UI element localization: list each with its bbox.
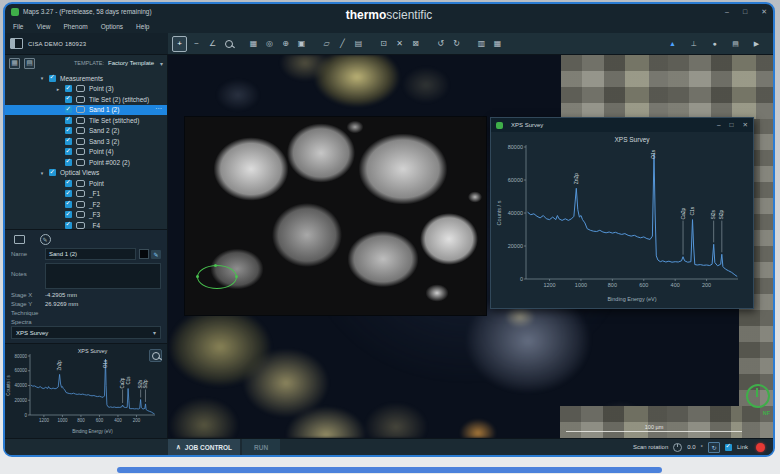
record-indicator[interactable] [756,443,765,452]
checkbox[interactable] [49,75,56,82]
report-icon[interactable]: ▤ [729,37,742,51]
tree-item-point-4-[interactable]: Point (4) [5,147,167,158]
close-tiles-icon[interactable]: ✕ [393,37,406,51]
tree-item-point-002-2-[interactable]: Point #002 (2) [5,157,167,168]
more-options-button[interactable]: ⋯ [155,105,163,113]
rotation-dial-icon[interactable] [673,443,682,452]
svg-text:Si2p: Si2p [718,209,724,219]
sem-tile-image[interactable] [185,117,486,315]
document-icon[interactable]: ▤ [352,37,365,51]
tiles-icon[interactable]: ▣ [295,37,308,51]
tree-item--f1[interactable]: _F1 [5,189,167,200]
expand-view-icon[interactable]: ⊠ [409,37,422,51]
checkbox[interactable] [65,201,72,208]
expander-icon[interactable]: ▸ [55,86,61,92]
svg-text:1000: 1000 [575,282,587,288]
run-tab[interactable]: RUN [242,439,280,455]
tree-group-optical-views[interactable]: ▾Optical Views [5,168,167,179]
image-canvas[interactable]: XPS Survey – □ ✕ 02000040000600008000012… [168,55,773,438]
stage-icon[interactable]: ⊥ [687,37,700,51]
expander-icon[interactable]: ▾ [39,170,45,176]
tree-item--f2[interactable]: _F2 [5,199,167,210]
checkbox[interactable] [65,211,72,218]
minimize-button[interactable]: – [725,8,729,16]
tree-item-sand-3-2-[interactable]: Sand 3 (2) [5,136,167,147]
add-tool-icon[interactable]: + [172,36,187,52]
tree-item--f3[interactable]: _F3 [5,210,167,221]
tree-item-point[interactable]: Point [5,178,167,189]
layout-2-icon[interactable]: ▦ [491,37,504,51]
edit-tab[interactable]: ✎ [39,234,51,244]
name-input[interactable]: Sand 1 (2) [45,248,136,260]
rotate-right-icon[interactable]: ↻ [450,37,463,51]
maximize-button[interactable]: □ [743,8,747,16]
tree-item-point-3-[interactable]: ▸Point (3) [5,84,167,95]
checkbox[interactable] [65,85,72,92]
line-tool-icon[interactable]: ╱ [336,37,349,51]
checkbox[interactable] [65,180,72,187]
target-tool-icon[interactable]: ⊕ [279,37,292,51]
tree-item-tile-set-stitched-[interactable]: Tile Set (stitched) [5,115,167,126]
chevron-down-icon[interactable]: ▾ [160,60,163,67]
tree-item-label: Sand 2 (2) [89,127,119,134]
image-tool-icon[interactable]: ▱ [320,37,333,51]
scan-rotation-value[interactable]: 0.0 [687,444,695,450]
circle-tool-icon[interactable]: ◎ [263,37,276,51]
menu-bar: FileViewPhenomOptionsHelp [5,19,773,33]
zoom-spectrum-button[interactable] [149,349,162,362]
zoom-tool-icon[interactable] [222,37,235,51]
rotation-reset-button[interactable]: ↻ [708,442,720,453]
minimize-button[interactable]: – [717,121,721,129]
checkbox[interactable] [65,117,72,124]
tree-group-measurements[interactable]: ▾Measurements [5,73,167,84]
color-picker-button[interactable]: ✎ [151,250,161,259]
pointer-icon[interactable]: ▲ [666,37,679,51]
notes-input[interactable] [45,263,161,289]
color-swatch[interactable] [139,249,149,259]
grid-layout-icon[interactable]: ▦ [9,58,20,69]
subtract-tool-icon[interactable]: − [190,37,203,51]
list-layout-icon[interactable]: ▤ [24,58,35,69]
cursor-icon[interactable]: ▶ [750,37,763,51]
layout-1-icon[interactable]: ▥ [475,37,488,51]
close-button[interactable]: ✕ [743,121,748,129]
svg-text:C1s: C1s [126,376,131,385]
svg-text:60000: 60000 [14,368,27,373]
menu-item-help[interactable]: Help [136,23,149,30]
ellipse-annotation[interactable] [197,265,237,289]
tree-item-tile-set-2-stitched-[interactable]: Tile Set (2) (stitched) [5,94,167,105]
checkbox[interactable] [65,222,72,229]
checkbox[interactable] [65,159,72,166]
grid-view-icon[interactable]: ▦ [247,37,260,51]
template-select[interactable]: Factory Template [108,60,154,66]
spectra-select[interactable]: XPS Survey ▾ [11,326,161,339]
close-button[interactable]: ✕ [761,8,767,16]
tile-icon [76,127,85,134]
menu-item-phenom[interactable]: Phenom [63,23,87,30]
checkbox[interactable] [65,138,72,145]
checkbox[interactable] [49,169,56,176]
rotate-left-icon[interactable]: ↺ [434,37,447,51]
tree-item--f4[interactable]: _F4 [5,220,167,229]
link-checkbox[interactable] [725,444,732,451]
checkbox[interactable] [65,148,72,155]
info-tab[interactable] [13,234,25,244]
sidebar-toggle-icon[interactable] [10,38,23,49]
menu-item-view[interactable]: View [36,23,50,30]
xps-window-titlebar[interactable]: XPS Survey – □ ✕ [491,118,753,132]
xps-survey-window[interactable]: XPS Survey – □ ✕ 02000040000600008000012… [490,117,754,309]
tree-item-sand-1-2-[interactable]: Sand 1 (2)⋯ [5,105,167,116]
job-control-tab[interactable]: ∧ JOB CONTROL [168,439,240,455]
checkbox[interactable] [65,106,72,113]
menu-item-options[interactable]: Options [101,23,123,30]
checkbox[interactable] [65,190,72,197]
comment-icon[interactable]: ● [708,37,721,51]
fit-view-icon[interactable]: ⊡ [377,37,390,51]
maximize-button[interactable]: □ [730,121,734,129]
checkbox[interactable] [65,127,72,134]
checkbox[interactable] [65,96,72,103]
measure-angle-icon[interactable]: ∠ [206,37,219,51]
menu-item-file[interactable]: File [13,23,23,30]
tree-item-sand-2-2-[interactable]: Sand 2 (2) [5,126,167,137]
expander-icon[interactable]: ▾ [39,75,45,81]
